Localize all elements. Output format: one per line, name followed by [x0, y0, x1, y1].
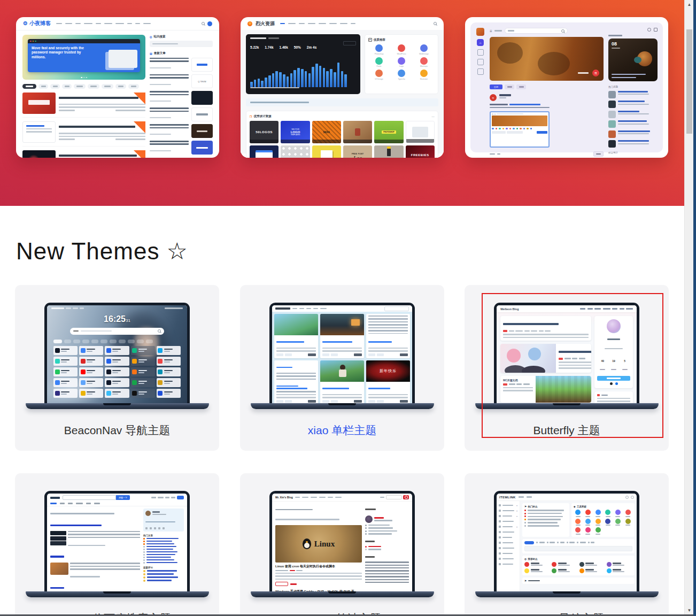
bookmark-tile[interactable] [79, 346, 103, 355]
bookmark-tile[interactable] [79, 367, 103, 376]
recommended-site[interactable] [524, 568, 550, 573]
bookmark-tile[interactable] [105, 346, 129, 355]
resource-tile[interactable]: 50LOGOS [250, 121, 279, 143]
tool-item[interactable] [574, 519, 583, 526]
tool-item[interactable] [614, 519, 623, 526]
mini-search-button: 搜索一下 [116, 495, 130, 500]
recommended-site[interactable] [579, 568, 605, 573]
article-thumbnail [22, 93, 56, 114]
theme-card-item[interactable]: ITEMLINK ▾ ▾ ▾ ▾ [465, 473, 669, 616]
site-icon [579, 562, 584, 567]
app-item[interactable]: Illustrator [413, 70, 435, 80]
banner-preview-xiaoye-blog[interactable]: ⚙小夜博客 [16, 17, 219, 158]
bookmark-tile[interactable] [79, 357, 103, 366]
theme-caption[interactable]: BeaconNav 导航主题 [15, 423, 219, 438]
recommended-site[interactable] [552, 568, 577, 573]
bookmark-tile[interactable] [131, 357, 155, 366]
slider-dots [81, 77, 87, 79]
recommended-site[interactable] [579, 562, 605, 567]
scroll-up-arrow[interactable]: ▲ [685, 2, 694, 7]
latest-thumb [191, 58, 213, 72]
bookmark-tile[interactable] [79, 378, 103, 387]
bookmark-tile[interactable] [157, 389, 181, 398]
resource-tile[interactable]: PHOTOSHOP [374, 121, 403, 143]
app-item[interactable]: WordPress [391, 44, 412, 55]
tool-item[interactable] [593, 527, 602, 535]
tool-item[interactable] [623, 510, 632, 517]
resource-tile[interactable] [312, 145, 341, 158]
bookmark-tile[interactable] [53, 357, 78, 366]
bookmark-tile[interactable] [105, 357, 129, 366]
bookmark-tile[interactable] [131, 346, 155, 355]
header-links [151, 496, 184, 499]
tool-item[interactable] [574, 510, 583, 517]
tool-item[interactable] [584, 519, 593, 526]
theme-card-xiao[interactable]: 新年快乐 [240, 285, 444, 451]
post-card [500, 344, 591, 373]
theme-card-butterfly[interactable]: Welleon Blog [465, 285, 669, 451]
bookmark-tile[interactable] [157, 346, 181, 355]
bookmark-tile[interactable] [131, 389, 155, 398]
bookmark-tile[interactable] [157, 367, 181, 376]
tool-item[interactable] [614, 510, 623, 517]
bookmark-tile[interactable] [105, 367, 129, 376]
bookmark-tile[interactable] [53, 389, 78, 398]
app-item[interactable]: Fonts [368, 57, 390, 68]
tool-item[interactable] [604, 510, 613, 517]
bookmark-tile[interactable] [157, 357, 181, 366]
resource-tile[interactable]: FREE FONTLeo [343, 145, 372, 158]
resource-tile[interactable] [343, 121, 372, 143]
mini-body: 热门文章 [47, 506, 187, 592]
bookmark-tile[interactable] [157, 378, 181, 387]
facile-screenshot: Mr. Xin's Blog Linux Linux 使用 cr [272, 494, 412, 591]
scrollbar-thumb[interactable] [686, 29, 692, 134]
bookmark-tile[interactable] [53, 378, 78, 387]
vertical-scrollbar[interactable]: ▲ ▼ [684, 0, 693, 616]
tool-item[interactable] [593, 510, 602, 517]
bookmark-tile[interactable] [53, 367, 78, 376]
tile-text [87, 391, 95, 395]
search-icon [625, 496, 629, 499]
app-item[interactable]: Logo [391, 57, 412, 68]
banner-preview-design-nav[interactable]: 烈火资源 5.22k 1.74k [241, 17, 444, 158]
app-item[interactable]: WebDesign [413, 44, 435, 55]
search-icon: ◎ [150, 35, 152, 38]
resource-tile[interactable] [374, 145, 403, 158]
bookmark-tile[interactable] [105, 389, 129, 398]
tool-item[interactable] [593, 519, 602, 526]
xaink-screenshot: 搜索一下 [47, 494, 187, 591]
recommended-site[interactable] [607, 568, 632, 573]
bookmark-tile[interactable] [131, 367, 155, 376]
theme-card-facile[interactable]: Mr. Xin's Blog Linux Linux 使用 cr [240, 473, 444, 616]
tool-item[interactable] [574, 527, 583, 535]
mini-chart-bar [334, 72, 336, 87]
app-item[interactable]: Typecho [391, 70, 412, 80]
bookmark-tile[interactable] [53, 346, 78, 355]
tool-item[interactable] [623, 519, 632, 526]
app-item[interactable]: Photoshop [368, 44, 390, 55]
app-item[interactable]: UI Design [368, 70, 390, 80]
resource-tile[interactable]: VECTORLOGOTEMPLATES [281, 121, 310, 143]
recommended-site[interactable] [607, 562, 632, 567]
banner-preview-pi-forum[interactable]: ⌂ ☰ π [465, 17, 668, 158]
theme-card-beaconnav[interactable]: 16:2531 BeaconNav 导航主题 [15, 285, 219, 451]
tool-item[interactable] [584, 527, 593, 535]
bookmark-tile[interactable] [131, 378, 155, 387]
resource-tile[interactable]: SKRA [312, 121, 341, 143]
resource-tile[interactable]: FREEBIES [406, 145, 435, 158]
tool-item[interactable] [584, 510, 593, 517]
recommended-site[interactable] [524, 562, 550, 567]
scroll-down-arrow[interactable]: ▼ [685, 608, 694, 613]
bookmark-tile[interactable] [105, 378, 129, 387]
theme-card-xaink[interactable]: 搜索一下 [15, 473, 219, 616]
recommended-site[interactable] [552, 562, 577, 567]
resource-tile[interactable] [281, 145, 310, 158]
resource-tile[interactable] [406, 121, 435, 143]
bookmark-tile[interactable] [79, 389, 103, 398]
app-item[interactable]: Mockups [413, 57, 435, 68]
theme-caption[interactable]: Butterfly 主题 [465, 423, 669, 438]
tool-item[interactable] [604, 519, 613, 526]
theme-caption[interactable]: xiao 单栏主题 [240, 423, 444, 438]
tile-text [61, 359, 69, 363]
resource-tile[interactable] [250, 145, 279, 158]
